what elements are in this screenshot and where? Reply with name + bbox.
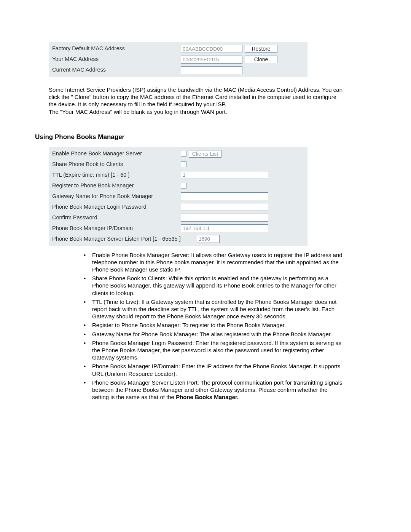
bullet-listenport: Phone Books Manager Server Listen Port: … <box>81 379 346 401</box>
row-factory-mac: Factory Default MAC Address Restore <box>50 43 306 54</box>
clients-list-button[interactable]: Clients List <box>189 150 221 158</box>
mac-paragraph-a: Some Internet Service Providers (ISP) as… <box>49 86 342 107</box>
row-ttl: TTL (Expire time: mins) [1 - 60 ] <box>50 170 306 181</box>
label-listenport: Phone Book Manager Server Listen Port [1… <box>52 235 197 243</box>
bold-pbm: Phone Books Manager. <box>176 394 239 400</box>
mac-paragraph-b: The "Your MAC Address" will be blank as … <box>49 109 227 115</box>
bullet-register: Register to Phone Books Manager: To regi… <box>81 321 346 329</box>
input-listenport[interactable] <box>197 235 220 243</box>
input-confirmpw[interactable] <box>181 214 268 222</box>
label-share-pb: Share Phone Book to Clients <box>52 161 181 168</box>
heading-phone-books: Using Phone Books Manager <box>35 133 376 142</box>
label-factory-mac: Factory Default MAC Address <box>52 45 181 53</box>
checkbox-share-pb[interactable] <box>181 161 186 167</box>
label-your-mac: Your MAC Address <box>52 56 181 63</box>
row-listenport: Phone Book Manager Server Listen Port [1… <box>50 234 306 244</box>
label-ttl: TTL (Expire time: mins) [1 - 60 ] <box>52 171 181 179</box>
checkbox-enable-pbm[interactable] <box>181 151 186 157</box>
label-ipdomain: Phone Book Manager IP/Domain <box>52 225 181 232</box>
bullet-gwname: Gateway Name for Phone Book Manager: The… <box>81 331 346 338</box>
label-loginpw: Phone Book Manager Login Password <box>52 203 181 211</box>
label-register: Register to Phone Book Manager <box>52 182 181 190</box>
label-gwname: Gateway Name for Phone Book Manager <box>52 193 181 200</box>
restore-button[interactable]: Restore <box>245 45 277 53</box>
bullet-enable: Enable Phone Books Manager Server: It al… <box>81 251 346 273</box>
mac-paragraph: Some Internet Service Providers (ISP) as… <box>49 86 346 115</box>
bullet-ttl: TTL (Time to Live): If a Gateway system … <box>81 298 346 320</box>
row-your-mac: Your MAC Address Clone <box>50 54 306 65</box>
row-share-pb: Share Phone Book to Clients <box>50 159 306 170</box>
label-enable-pbm: Enable Phone Book Manager Server <box>52 150 181 158</box>
row-ipdomain: Phone Book Manager IP/Domain <box>50 223 306 234</box>
checkbox-register[interactable] <box>181 183 186 189</box>
input-loginpw[interactable] <box>181 203 268 211</box>
input-current-mac[interactable] <box>181 66 242 74</box>
row-confirmpw: Confirm Password <box>50 212 306 223</box>
row-enable-pbm: Enable Phone Book Manager Server Clients… <box>50 149 306 159</box>
clone-button[interactable]: Clone <box>245 56 277 63</box>
mac-form: Factory Default MAC Address Restore Your… <box>49 42 307 77</box>
bullet-list: Enable Phone Books Manager Server: It al… <box>81 251 346 401</box>
input-factory-mac[interactable] <box>181 45 242 53</box>
pbm-form: Enable Phone Book Manager Server Clients… <box>49 147 307 246</box>
input-gwname[interactable] <box>181 192 268 200</box>
row-gwname: Gateway Name for Phone Book Manager <box>50 191 306 202</box>
bullet-share: Share Phone Book to Clients: While this … <box>81 275 346 297</box>
row-loginpw: Phone Book Manager Login Password <box>50 202 306 212</box>
row-register: Register to Phone Book Manager <box>50 181 306 191</box>
input-ipdomain[interactable] <box>181 224 268 232</box>
bullet-loginpw: Phone Books Manager Login Password: Ente… <box>81 339 346 361</box>
label-confirmpw: Confirm Password <box>52 214 181 222</box>
bullet-ipdomain: Phone Books Manager IP/Domain: Enter the… <box>81 363 346 377</box>
input-ttl[interactable] <box>181 171 268 179</box>
input-your-mac[interactable] <box>181 56 242 64</box>
label-current-mac: Current MAC Address <box>52 66 181 74</box>
row-current-mac: Current MAC Address <box>50 65 306 75</box>
